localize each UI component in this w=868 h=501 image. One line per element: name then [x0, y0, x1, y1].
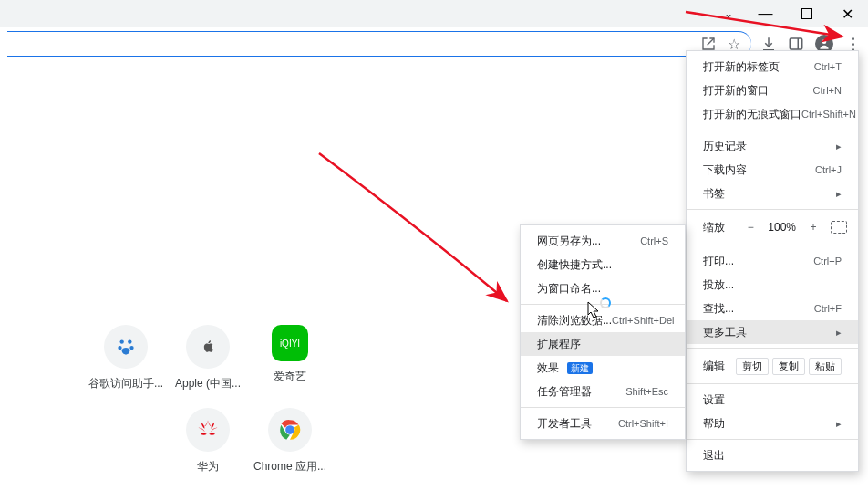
- menu-separator: [521, 304, 685, 305]
- menu-new-tab[interactable]: 打开新的标签页 Ctrl+T: [687, 55, 858, 78]
- submenu-extensions[interactable]: 扩展程序: [521, 332, 685, 356]
- fullscreen-button[interactable]: [831, 221, 847, 234]
- menu-item-shortcut: Ctrl+Shift+I: [618, 418, 668, 429]
- new-badge: 新建: [567, 362, 593, 374]
- menu-item-label: 下载内容: [703, 162, 747, 178]
- chevron-right-icon: ▸: [836, 141, 842, 152]
- edit-label: 编辑: [703, 359, 725, 374]
- menu-history[interactable]: 历史记录 ▸: [687, 134, 858, 158]
- menu-separator: [687, 348, 858, 349]
- close-window-button[interactable]: ✕: [827, 0, 868, 27]
- svg-point-2: [822, 39, 827, 44]
- shortcut-iqiyi[interactable]: iQIYI 爱奇艺: [251, 325, 329, 391]
- baidu-icon: [104, 325, 148, 369]
- menu-separator: [687, 209, 858, 210]
- menu-item-label: 打开新的标签页: [703, 59, 780, 75]
- menu-item-shortcut: Ctrl+Shift+Del: [612, 315, 674, 326]
- menu-item-label: 任务管理器: [537, 384, 592, 400]
- shortcut-google-assistant[interactable]: 谷歌访问助手...: [87, 325, 165, 391]
- chrome-icon: [268, 408, 312, 452]
- svg-point-5: [118, 346, 121, 350]
- menu-item-label: 网页另存为...: [537, 234, 601, 249]
- submenu-save-as[interactable]: 网页另存为... Ctrl+S: [521, 229, 685, 253]
- shortcut-label: 华为: [197, 459, 219, 475]
- submenu-name-window[interactable]: 为窗口命名...: [521, 277, 685, 300]
- zoom-out-button[interactable]: −: [740, 221, 760, 234]
- menu-item-shortcut: Ctrl+J: [815, 164, 842, 175]
- menu-item-label: 退出: [703, 448, 725, 464]
- shortcut-apple[interactable]: Apple (中国...: [169, 325, 247, 391]
- menu-item-shortcut: Ctrl+P: [813, 256, 842, 266]
- menu-item-shortcut: Ctrl+Shift+N: [801, 109, 856, 120]
- menu-item-label: 扩展程序: [537, 337, 581, 352]
- menu-item-label: 打开新的窗口: [703, 83, 769, 99]
- menu-item-shortcut: Ctrl+N: [813, 85, 842, 96]
- menu-separator: [687, 439, 858, 440]
- close-icon: ✕: [842, 5, 853, 23]
- svg-point-3: [120, 339, 124, 343]
- minimize-button[interactable]: —: [745, 0, 786, 27]
- zoom-in-button[interactable]: +: [803, 221, 823, 234]
- menu-downloads[interactable]: 下载内容 Ctrl+J: [687, 158, 858, 182]
- menu-item-label: 设置: [703, 392, 725, 408]
- svg-rect-0: [790, 38, 802, 49]
- submenu-clear-browsing-data[interactable]: 清除浏览数据... Ctrl+Shift+Del: [521, 308, 685, 332]
- menu-item-label: 创建快捷方式...: [537, 257, 612, 273]
- huawei-icon: [186, 408, 230, 452]
- address-bar[interactable]: ☆: [7, 31, 751, 57]
- tab-overflow-button[interactable]: ⌄: [712, 0, 745, 27]
- svg-point-6: [129, 346, 133, 350]
- copy-button[interactable]: 复制: [772, 358, 805, 375]
- submenu-developer-tools[interactable]: 开发者工具 Ctrl+Shift+I: [521, 412, 685, 435]
- shortcut-label: Chrome 应用...: [253, 459, 326, 475]
- menu-separator: [687, 245, 858, 245]
- chrome-main-menu: 打开新的标签页 Ctrl+T 打开新的窗口 Ctrl+N 打开新的无痕式窗口 C…: [686, 50, 859, 472]
- chevron-right-icon: ▸: [836, 188, 842, 200]
- menu-separator: [687, 130, 858, 130]
- menu-new-window[interactable]: 打开新的窗口 Ctrl+N: [687, 78, 858, 102]
- more-tools-submenu: 网页另存为... Ctrl+S 创建快捷方式... 为窗口命名... 清除浏览数…: [520, 224, 686, 440]
- caret-icon: ⌄: [724, 7, 733, 20]
- menu-item-shortcut: Ctrl+S: [640, 235, 668, 246]
- menu-help[interactable]: 帮助 ▸: [687, 412, 858, 435]
- menu-edit-row: 编辑 剪切 复制 粘贴: [687, 352, 858, 380]
- shortcut-label: 爱奇艺: [274, 369, 306, 384]
- dash-icon: —: [759, 5, 773, 22]
- menu-find[interactable]: 查找... Ctrl+F: [687, 297, 858, 320]
- menu-more-tools[interactable]: 更多工具 ▸: [687, 320, 858, 344]
- maximize-button[interactable]: [786, 0, 827, 27]
- menu-settings[interactable]: 设置: [687, 388, 858, 412]
- apple-icon: [186, 325, 230, 369]
- menu-item-label: 帮助: [703, 416, 725, 432]
- window-titlebar: ⌄ — ✕: [0, 0, 868, 27]
- menu-item-label: 打印...: [703, 254, 734, 269]
- menu-cast[interactable]: 投放...: [687, 273, 858, 297]
- submenu-performance[interactable]: 效果 新建: [521, 356, 685, 380]
- menu-exit[interactable]: 退出: [687, 444, 858, 467]
- chevron-right-icon: ▸: [836, 418, 842, 430]
- submenu-create-shortcut[interactable]: 创建快捷方式...: [521, 253, 685, 277]
- menu-print[interactable]: 打印... Ctrl+P: [687, 249, 858, 273]
- menu-bookmarks[interactable]: 书签 ▸: [687, 182, 858, 205]
- menu-item-shortcut: Shift+Esc: [625, 386, 668, 397]
- shortcut-huawei[interactable]: 华为: [169, 408, 247, 475]
- iqiyi-icon: iQIYI: [272, 325, 308, 361]
- menu-item-label: 投放...: [703, 277, 734, 293]
- shortcut-label: 谷歌访问助手...: [88, 376, 163, 391]
- menu-item-shortcut: Ctrl+T: [814, 61, 842, 72]
- menu-separator: [521, 407, 685, 408]
- menu-item-label: 开发者工具: [537, 416, 592, 432]
- menu-item-label: 打开新的无痕式窗口: [703, 107, 801, 122]
- menu-item-label: 清除浏览数据...: [537, 313, 612, 329]
- submenu-task-manager[interactable]: 任务管理器 Shift+Esc: [521, 380, 685, 403]
- paste-button[interactable]: 粘贴: [809, 358, 842, 375]
- cut-button[interactable]: 剪切: [736, 358, 769, 375]
- menu-incognito[interactable]: 打开新的无痕式窗口 Ctrl+Shift+N: [687, 102, 858, 126]
- zoom-value: 100%: [768, 221, 796, 234]
- menu-item-label: 更多工具: [703, 325, 747, 340]
- menu-item-label: 为窗口命名...: [537, 281, 601, 297]
- chevron-right-icon: ▸: [836, 327, 842, 339]
- square-icon: [801, 8, 812, 19]
- shortcut-chrome-apps[interactable]: Chrome 应用...: [251, 408, 329, 475]
- menu-item-label: 效果: [537, 361, 559, 374]
